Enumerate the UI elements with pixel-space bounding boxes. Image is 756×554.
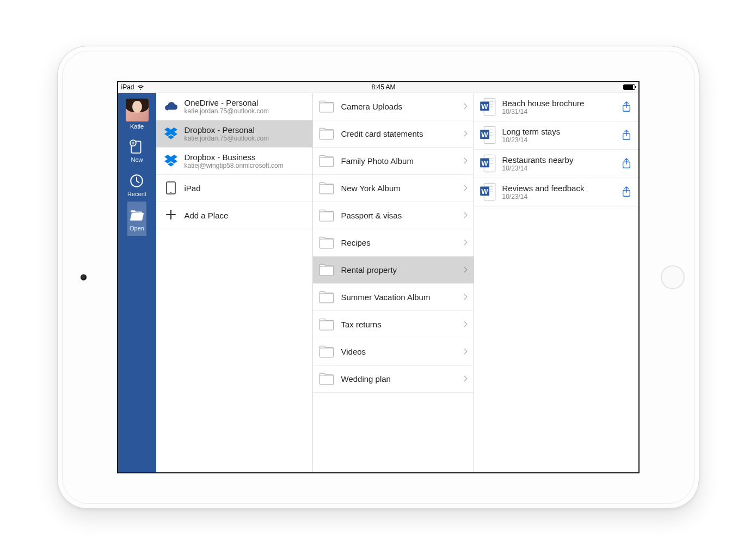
chevron-right-icon [463,374,468,383]
dropbox-icon [163,126,179,141]
folder-row[interactable]: Credit card statements [313,120,474,148]
file-row[interactable]: Long term stays 10/23/14 [474,121,638,150]
folder-icon [318,290,335,303]
folder-name: New York Album [341,184,463,193]
status-bar: iPad 8:45 AM [118,82,638,93]
sidebar-item-recent[interactable]: Recent [127,167,146,202]
place-subtitle: katie.jordan.75@outlook.com [185,107,269,115]
chevron-right-icon [463,156,468,165]
file-name: Reviews and feedback [502,184,621,193]
status-device-label: iPad [121,83,134,91]
avatar[interactable] [126,99,149,121]
file-name: Beach house brochure [502,99,621,108]
folder-icon [318,181,335,194]
sidebar-item-new[interactable]: New [127,133,146,167]
place-row[interactable]: Add a Place [156,202,312,229]
file-row[interactable]: Reviews and feedback 10/23/14 [474,178,638,206]
folder-name: Summer Vacation Album [341,293,463,302]
folder-icon [318,236,335,249]
folder-icon [318,100,335,113]
place-row[interactable]: OneDrive - Personal katie.jordan.75@outl… [156,93,312,120]
folder-row[interactable]: Tax returns [313,311,474,338]
folder-icon [318,209,335,222]
place-subtitle: katie.jordan.75@outlook.com [185,135,269,142]
folder-name: Passport & visas [341,211,463,220]
place-title: OneDrive - Personal [185,98,269,107]
place-title: Dropbox - Personal [185,125,269,135]
file-date: 10/23/14 [502,193,621,200]
chevron-right-icon [463,238,468,247]
place-row[interactable]: Dropbox - Business katiej@wingtip58.onmi… [156,148,312,175]
open-icon [130,208,144,222]
folder-row[interactable]: Passport & visas [313,202,474,229]
share-icon[interactable] [621,186,632,198]
chevron-right-icon [463,102,468,111]
chevron-right-icon [463,265,468,274]
folder-name: Rental property [341,265,463,275]
folder-row[interactable]: Summer Vacation Album [313,284,474,311]
folder-row[interactable]: Videos [313,338,474,366]
folder-row[interactable]: New York Album [313,175,474,202]
place-row[interactable]: Dropbox - Personal katie.jordan.75@outlo… [156,120,312,148]
screen: iPad 8:45 AM Katie NewRecentOpen [117,81,640,473]
place-row[interactable]: iPad [156,175,312,202]
file-name: Long term stays [502,127,621,136]
share-icon[interactable] [621,101,632,113]
folder-name: Credit card statements [341,129,463,138]
folder-name: Family Photo Album [341,156,463,166]
share-icon[interactable] [621,129,632,141]
file-date: 10/23/14 [502,136,621,144]
file-date: 10/31/14 [502,108,621,115]
folder-row[interactable]: Camera Uploads [313,93,474,120]
word-document-icon [480,182,496,201]
chevron-right-icon [463,293,468,301]
folder-row[interactable]: Family Photo Album [313,148,474,175]
share-icon[interactable] [621,157,632,169]
folder-icon [318,372,335,385]
dropbox-icon [163,154,179,168]
sidebar-item-label: Open [130,225,144,232]
folder-icon [318,154,335,167]
files-column: Beach house brochure 10/31/14 Long term … [474,93,638,472]
ipad-device-frame: iPad 8:45 AM Katie NewRecentOpen [57,46,699,509]
sidebar-item-open[interactable]: Open [127,202,146,236]
folder-name: Videos [341,347,463,356]
onedrive-icon [163,99,179,113]
file-row[interactable]: Restaurants nearby 10/23/14 [474,150,638,178]
sidebar: Katie NewRecentOpen [118,93,156,472]
app-content: Katie NewRecentOpen OneDrive - Personal … [118,93,638,472]
places-column: OneDrive - Personal katie.jordan.75@outl… [156,93,313,472]
folder-icon [318,345,335,358]
word-document-icon [480,98,496,116]
word-document-icon [480,154,496,173]
folder-row[interactable]: Wedding plan [313,366,474,393]
folder-icon [318,263,335,276]
recent-icon [130,174,144,188]
status-time: 8:45 AM [372,83,396,91]
ipad-home-button[interactable] [661,265,685,289]
user-name: Katie [130,123,144,130]
folder-name: Camera Uploads [341,102,463,111]
place-title: Dropbox - Business [185,153,284,162]
chevron-right-icon [463,211,468,220]
chevron-right-icon [463,347,468,356]
ipad-icon [163,181,179,195]
chevron-right-icon [463,129,468,138]
file-name: Restaurants nearby [502,155,621,165]
sidebar-item-label: New [131,156,143,163]
new-icon [130,139,144,154]
place-subtitle: katiej@wingtip58.onmicrosoft.com [185,162,284,169]
battery-icon [623,84,635,90]
plus-icon [163,208,179,222]
sidebar-item-label: Recent [127,191,146,197]
folder-row[interactable]: Recipes [313,229,474,257]
folder-name: Wedding plan [341,374,463,383]
file-row[interactable]: Beach house brochure 10/31/14 [474,93,638,121]
file-date: 10/23/14 [502,165,621,172]
folder-name: Tax returns [341,320,463,329]
wifi-icon [137,84,144,91]
folder-row[interactable]: Rental property [313,257,474,284]
folder-icon [318,127,335,140]
folder-name: Recipes [341,238,463,247]
chevron-right-icon [463,320,468,328]
